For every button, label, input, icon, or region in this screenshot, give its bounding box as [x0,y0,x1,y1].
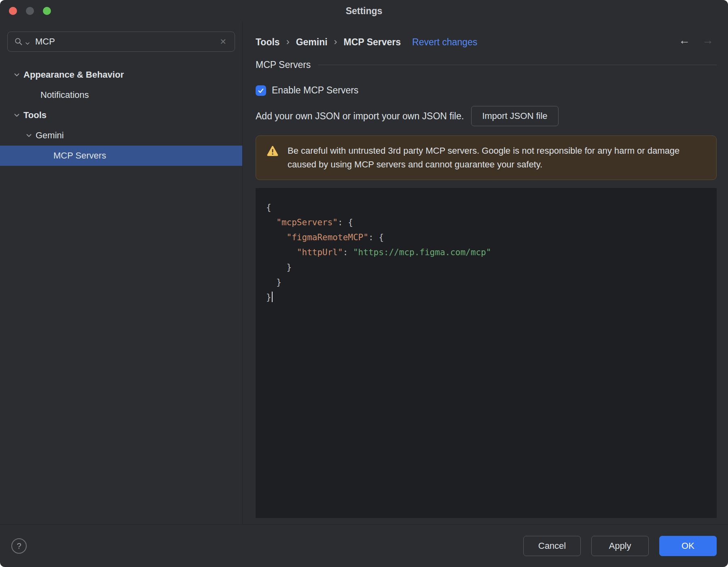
help-glyph: ? [17,542,21,551]
breadcrumb-mcp-servers: MCP Servers [344,37,401,48]
section-title: MCP Servers [256,59,311,70]
breadcrumb: Tools › Gemini › MCP Servers Revert chan… [256,32,717,53]
checkbox-checked-icon[interactable] [256,85,266,96]
chevron-down-icon[interactable] [14,73,19,76]
history-nav: ← → [679,34,713,47]
sidebar-item-label: Tools [23,110,47,121]
minimize-window-button[interactable] [26,7,34,15]
enable-mcp-servers-checkbox-row[interactable]: Enable MCP Servers [256,85,358,96]
sidebar-item-mcp-servers[interactable]: MCP Servers [0,146,242,166]
help-icon[interactable]: ? [11,538,27,554]
settings-content: Tools › Gemini › MCP Servers Revert chan… [243,22,728,525]
sidebar-item-tools[interactable]: Tools [0,105,242,125]
code-line: "figmaRemoteMCP": { [266,230,706,245]
titlebar: Settings [0,0,728,22]
sidebar-item-label: Notifications [40,90,89,100]
search-input[interactable] [35,36,216,47]
sidebar-item-notifications[interactable]: Notifications [0,85,242,105]
code-line: "httpUrl": "https://mcp.figma.com/mcp" [266,245,706,260]
code-line: "mcpServers": { [266,215,706,230]
sidebar-item-label: Gemini [36,130,64,141]
apply-button[interactable]: Apply [591,536,649,556]
dialog-body: ✕ Appearance & Behavior Notifications To [0,22,728,525]
search-icon [14,37,23,46]
breadcrumb-separator-icon: › [286,36,290,47]
close-window-button[interactable] [9,7,17,15]
warning-text: Be careful with untrusted 3rd party MCP … [288,144,706,171]
sidebar-item-appearance-behavior[interactable]: Appearance & Behavior [0,65,242,85]
window-title: Settings [346,6,383,17]
breadcrumb-tools[interactable]: Tools [256,37,280,48]
sidebar-item-gemini[interactable]: Gemini [0,125,242,146]
search-options-chevron-icon[interactable] [25,42,30,45]
section-divider [318,65,717,65]
breadcrumb-separator-icon: › [334,36,337,47]
sidebar-item-label: MCP Servers [53,150,106,161]
import-hint-text: Add your own JSON or import your own JSO… [256,111,464,122]
forward-arrow-icon: → [702,34,713,47]
import-row: Add your own JSON or import your own JSO… [256,106,717,127]
settings-sidebar: ✕ Appearance & Behavior Notifications To [0,22,243,525]
settings-window: Settings ✕ Appearanc [0,0,728,567]
code-line: } [266,290,706,305]
code-line: { [266,200,706,215]
chevron-down-icon[interactable] [14,114,19,117]
ok-button[interactable]: OK [659,536,717,556]
back-arrow-icon[interactable]: ← [679,34,690,47]
cancel-button[interactable]: Cancel [523,536,581,556]
footer-buttons: Cancel Apply OK [523,536,717,556]
import-json-file-button[interactable]: Import JSON file [471,106,558,126]
chevron-down-icon[interactable] [26,134,32,137]
sidebar-item-label: Appearance & Behavior [23,70,124,80]
code-line: } [266,275,706,290]
section-header: MCP Servers [256,58,717,71]
revert-changes-link[interactable]: Revert changes [412,37,477,48]
clear-search-icon[interactable]: ✕ [218,36,228,47]
warning-icon [267,146,279,157]
warning-banner: Be careful with untrusted 3rd party MCP … [256,135,717,180]
dialog-footer: ? Cancel Apply OK [0,525,728,567]
settings-tree: Appearance & Behavior Notifications Tool… [0,65,242,166]
json-editor[interactable]: { "mcpServers": { "figmaRemoteMCP": { "h… [256,188,717,518]
traffic-lights [9,7,51,15]
code-line: } [266,260,706,275]
text-caret [272,292,273,302]
zoom-window-button[interactable] [43,7,51,15]
enable-mcp-servers-label: Enable MCP Servers [272,85,358,96]
settings-search-box[interactable]: ✕ [7,32,235,52]
json-editor-code: { "mcpServers": { "figmaRemoteMCP": { "h… [266,200,706,305]
breadcrumb-gemini[interactable]: Gemini [296,37,328,48]
